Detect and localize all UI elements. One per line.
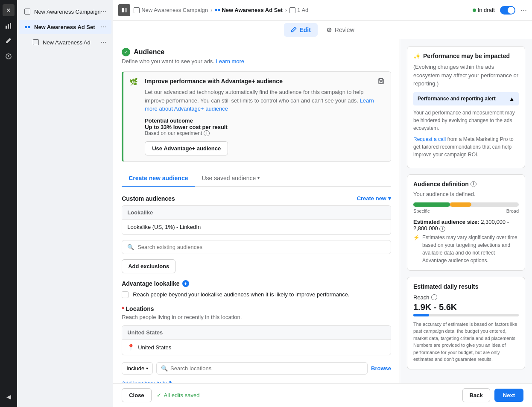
create-new-audience-button[interactable]: Create new ▾ [357, 195, 391, 202]
breadcrumb-campaign[interactable]: New Awareness Campaign [134, 7, 208, 13]
ad-label: New Awareness Ad [43, 39, 91, 46]
alert-request: Request a call from a Meta Marketing Pro… [413, 135, 519, 158]
advantage-lookalike-label: Advantage lookalike [122, 280, 179, 287]
draft-toggle[interactable] [500, 6, 515, 15]
edit-review-bar: Edit Review [113, 20, 532, 39]
status-label: In draft [478, 7, 495, 13]
svg-rect-5 [125, 8, 127, 12]
location-search-input[interactable] [170, 365, 363, 372]
svg-rect-4 [122, 8, 124, 12]
advantage-banner: 🌿 Improve performance with Advantage+ au… [122, 71, 391, 162]
advantage-plus-icon: + [182, 280, 189, 287]
audience-definition-card: Audience definition i Your audience is d… [407, 174, 525, 271]
breadcrumb-ad-icon [289, 7, 295, 13]
potential-value: Up to 33% lower cost per result [145, 124, 378, 130]
audience-size: Estimated audience size: 2,300,000 - 2,8… [413, 219, 519, 232]
search-audiences-input[interactable] [137, 244, 386, 250]
edit-button[interactable]: Edit [284, 23, 317, 37]
specific-label: Specific [413, 208, 430, 214]
reach-note: The accuracy of estimates is based on fa… [413, 321, 519, 363]
saved-status: ✓ All edits saved [157, 392, 200, 398]
review-button-label: Review [335, 26, 354, 33]
close-button[interactable]: Close [122, 388, 151, 402]
include-chevron-icon: ▾ [146, 366, 148, 371]
based-on: Based on our experiment i [145, 130, 378, 136]
content-area: ✓ Audience Define who you want to see yo… [113, 39, 532, 383]
audience-section-header: ✓ Audience [122, 48, 391, 56]
audience-section-desc: Define who you want to see your ads. Lea… [122, 58, 391, 64]
broad-label: Broad [506, 208, 519, 214]
audience-def-info-icon[interactable]: i [471, 181, 476, 187]
sparkle-icon: ✨ [413, 53, 421, 59]
estimated-results-card: Estimated daily results Reach i 1.9K - 5… [407, 277, 525, 369]
locations-title: * Locations [122, 305, 391, 312]
locations-section: * Locations Reach people living in or re… [122, 305, 391, 383]
include-row: Include ▾ 🔍 Browse [122, 359, 391, 378]
reach-bar [413, 314, 519, 316]
main-content: New Awareness Campaign › New Awareness A… [113, 0, 532, 407]
search-audiences-icon: 🔍 [127, 244, 134, 250]
next-button[interactable]: Next [494, 389, 523, 402]
location-search-box[interactable]: 🔍 [156, 362, 368, 375]
adset-more[interactable]: ··· [101, 23, 106, 31]
breadcrumb-ad[interactable]: 1 Ad [289, 7, 308, 13]
sidebar-item-campaign[interactable]: New Awareness Campaign ··· [19, 4, 111, 19]
sidebar-item-ad[interactable]: New Awareness Ad ··· [19, 35, 111, 50]
chart-icon[interactable] [3, 20, 15, 32]
browse-button[interactable]: Browse [371, 365, 391, 372]
collapse-icon[interactable]: ◀ [3, 391, 15, 403]
audience-size-info-icon[interactable]: i [439, 226, 445, 232]
based-on-info-icon[interactable]: i [204, 130, 210, 136]
required-star: * [122, 305, 126, 312]
breadcrumb-campaign-icon [134, 7, 140, 13]
location-box-header: United States [122, 326, 391, 340]
history-icon[interactable] [3, 50, 15, 62]
edit-button-label: Edit [299, 26, 310, 33]
campaign-icon [24, 8, 31, 15]
panel-toggle-icon[interactable] [118, 4, 130, 16]
banner-leaf-icon: 🌿 [129, 78, 138, 86]
adset-label: New Awareness Ad Set [34, 24, 95, 30]
request-call-link[interactable]: Request a call [413, 136, 446, 142]
tab-create-new-audience[interactable]: Create new audience [122, 170, 195, 187]
tab-use-saved-audience[interactable]: Use saved audience ▾ [195, 170, 266, 187]
audience-check-icon: ✓ [122, 48, 130, 56]
reach-label: Reach i [413, 294, 519, 301]
audience-learn-more-link[interactable]: Learn more [216, 58, 244, 64]
size-note: ⚡ Estimates may vary significantly over … [413, 234, 519, 264]
banner-header: 🌿 Improve performance with Advantage+ au… [129, 78, 385, 155]
edit-icon[interactable] [3, 35, 15, 47]
breadcrumb-ad-label: 1 Ad [297, 7, 308, 13]
svg-rect-8 [380, 79, 383, 80]
alert-header: Performance and reporting alert ▲ [413, 92, 519, 105]
campaign-more[interactable]: ··· [101, 8, 106, 15]
advantage-lookalike-checkbox[interactable] [122, 291, 129, 298]
close-icon[interactable]: ✕ [3, 4, 15, 16]
breadcrumb-adset[interactable]: New Awareness Ad Set [215, 7, 283, 13]
back-button[interactable]: Back [462, 388, 490, 402]
audience-tabs: Create new audience Use saved audience ▾ [122, 170, 391, 187]
breadcrumb-sep-1: › [210, 7, 212, 13]
banner-save-icon[interactable] [378, 78, 385, 86]
breadcrumb-adset-icon [215, 9, 220, 11]
add-bulk-link[interactable]: Add locations in bulk [122, 380, 172, 383]
ad-more[interactable]: ··· [101, 38, 106, 46]
breadcrumb-campaign-label: New Awareness Campaign [141, 7, 208, 13]
potential-label: Potential outcome [145, 117, 378, 124]
reach-info-icon[interactable]: i [431, 294, 437, 300]
meter-yellow [450, 202, 471, 207]
location-flag-icon: 📍 [127, 344, 134, 351]
alert-chevron-icon[interactable]: ▲ [509, 96, 514, 102]
review-button[interactable]: Review [319, 23, 361, 37]
search-audiences-box[interactable]: 🔍 [122, 240, 391, 254]
breadcrumb-adset-label: New Awareness Ad Set [222, 7, 283, 13]
banner-desc: Let our advanced ad technology automatic… [145, 88, 378, 113]
sidebar-item-adset[interactable]: New Awareness Ad Set ··· [19, 20, 111, 34]
include-select[interactable]: Include ▾ [122, 362, 153, 375]
add-exclusions-button[interactable]: Add exclusions [122, 259, 175, 273]
lookalike-item: Lookalike (US, 1%) - LinkedIn [122, 220, 391, 234]
performance-card: ✨ Performance may be impacted (Evolving … [407, 46, 525, 168]
sidebar-nav: New Awareness Campaign ··· New Awareness… [17, 0, 113, 407]
use-advantage-button[interactable]: Use Advantage+ audience [145, 141, 228, 155]
more-options-btn[interactable]: ··· [520, 6, 527, 15]
